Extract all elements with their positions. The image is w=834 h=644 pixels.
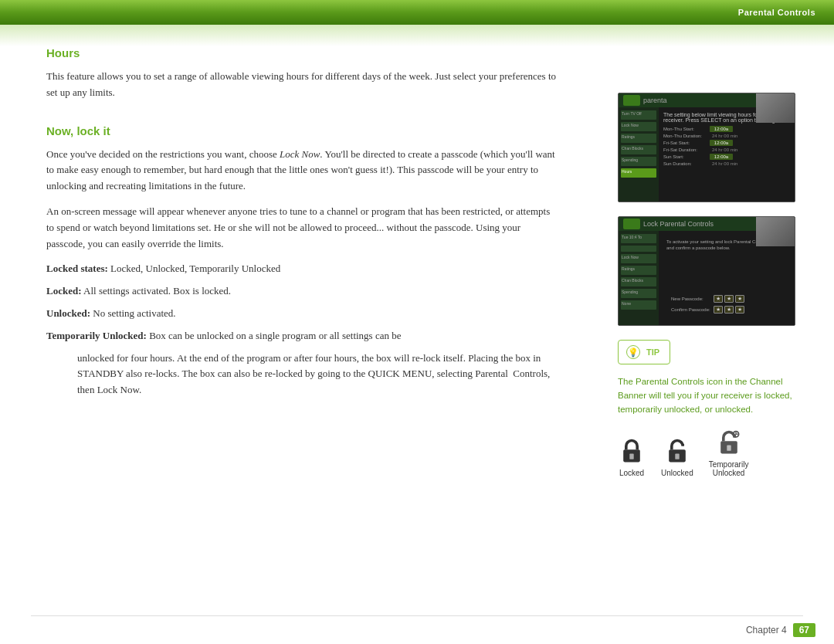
screen2-passcode-area: New Passcode: ★ ★ ★ Confirm Passcode: ★: [663, 295, 790, 320]
screen2-sidebar: Tue 10:4 To Lock Now Ratings Chan Blocks…: [619, 231, 659, 325]
screen1-top-bar: parenta: [619, 93, 795, 107]
screen2-sidebar-3: Lock Now: [621, 254, 656, 263]
footer: Chapter 4 67: [0, 616, 834, 644]
now-lock-heading: Now, lock it: [46, 124, 556, 137]
screen2-thumb: [756, 217, 795, 246]
star4: ★: [714, 306, 723, 314]
hours-heading: Hours: [46, 46, 556, 59]
star5: ★: [724, 306, 734, 314]
locked-line: Locked: All settings activated. Box is l…: [46, 283, 556, 300]
lock-now-italic: Lock Now: [280, 148, 320, 160]
screen1-val6: 24 hr 00 min: [712, 161, 737, 166]
screen2-top-bar: Lock Parental Controls: [619, 217, 795, 231]
screen2-confirm-passcode: Confirm Passcode: ★ ★ ★: [666, 306, 787, 314]
unlocked-label: Unlocked:: [46, 307, 90, 319]
temp-unlocked-line: Temporarily Unlocked: Box can be unlocke…: [46, 328, 556, 344]
screen1-title: parenta: [643, 97, 667, 104]
footer-chapter-label: Chapter 4: [746, 625, 787, 636]
tip-label: TIP: [646, 347, 659, 357]
temp-unlocked-label: Temporarily Unlocked:: [46, 330, 147, 341]
screenshot-lock-inner: Lock Parental Controls Tue 10:4 To Lock …: [619, 217, 795, 325]
locked-states-line: Locked states: Locked, Unlocked, Tempora…: [46, 261, 556, 277]
screen1-row2: Mon-Thu Duration: 24 hr 00 min: [663, 134, 790, 138]
locked-label: Locked:: [46, 285, 82, 297]
screen1-row5: Sun Start: 12:00a: [663, 154, 790, 160]
screenshot-hours: parenta Turn TV Off Lock Now Ratings Cha…: [618, 93, 795, 202]
locked-states-label: Locked states:: [46, 263, 108, 274]
screen2-logo: [623, 219, 640, 229]
screen1-row4: Fri-Sat Duration: 24 hr 00 min: [663, 147, 790, 152]
screen1-label2: Mon-Thu Duration:: [663, 134, 710, 138]
svg-rect-1: [629, 454, 633, 459]
screen1-val2: 24 hr 00 min: [712, 134, 737, 138]
screen2-sidebar-6: Spending: [621, 289, 656, 298]
screen1-row6: Sun Duration: 24 hr 00 min: [663, 161, 790, 166]
screen1-label1: Mon-Thu Start:: [663, 127, 710, 131]
screen1-sidebar-6: Hours: [621, 168, 656, 178]
temp-unlocked-icon-item: TemporarilyUnlocked: [709, 429, 749, 477]
tip-text-content: The Parental Controls icon in the Channe…: [618, 377, 792, 414]
lock-icons-row: Locked Unlocked TemporarilyUnlocked: [618, 429, 803, 477]
screen1-thumb: [756, 93, 795, 123]
star2: ★: [724, 295, 734, 303]
screen2-new-passcode: New Passcode: ★ ★ ★: [666, 295, 787, 303]
locked-text: All settings activated. Box is locked.: [83, 285, 231, 297]
svg-rect-3: [675, 454, 679, 459]
temp-unlocked-icon: [715, 429, 743, 456]
locked-label: Locked: [619, 469, 644, 477]
screen1-label6: Sun Duration:: [663, 161, 710, 166]
tip-lightbulb-icon: 💡: [626, 345, 640, 359]
screen1-val5: 12:00a: [710, 154, 733, 160]
screen2-sidebar-5: Chan Blocks: [621, 277, 656, 286]
screen2-title: Lock Parental Controls: [643, 220, 714, 228]
screen2-new-label: New Passcode:: [671, 297, 714, 301]
now-lock-para2: An on-screen message will appear wheneve…: [46, 204, 556, 252]
screen1-label4: Fri-Sat Duration:: [663, 147, 710, 152]
star6: ★: [735, 306, 744, 314]
screen1-sidebar-3: Ratings: [621, 134, 656, 143]
screen1-sidebar-5: Spending: [621, 157, 656, 166]
screen1-logo: [623, 95, 640, 106]
screenshot-hours-inner: parenta Turn TV Off Lock Now Ratings Cha…: [619, 93, 795, 202]
temp-unlocked-label: TemporarilyUnlocked: [709, 460, 749, 477]
footer-page-number: 67: [793, 623, 815, 637]
star1: ★: [714, 295, 723, 303]
screen1-val1: 12:00a: [710, 126, 733, 132]
unlocked-line: Unlocked: No setting activated.: [46, 306, 556, 322]
header-title: Parental Controls: [738, 8, 815, 17]
svg-rect-5: [727, 446, 731, 451]
now-lock-para1: Once you've decided on the restrictions …: [46, 147, 556, 195]
locked-states-values: Locked, Unlocked, Temporarily Unlocked: [110, 263, 280, 274]
screen1-val4: 24 hr 00 min: [712, 147, 737, 152]
screen1-sidebar-4: Chan Blocks: [621, 145, 656, 154]
screen2-sidebar-1: Tue 10:4 To: [621, 234, 656, 243]
screen1-sidebar: Turn TV Off Lock Now Ratings Chan Blocks…: [619, 107, 659, 202]
screen1-label3: Fri-Sat Start:: [663, 141, 710, 145]
screen2-confirm-stars: ★ ★ ★: [714, 306, 744, 314]
screen2-confirm-label: Confirm Passcode:: [671, 307, 714, 312]
screen2-sidebar-4: Ratings: [621, 266, 656, 275]
screen2-new-stars: ★ ★ ★: [714, 295, 744, 303]
screenshot-lock: Lock Parental Controls Tue 10:4 To Lock …: [618, 216, 795, 326]
star3: ★: [735, 295, 744, 303]
screen2-sidebar-7: None: [621, 300, 656, 310]
unlocked-icon: [663, 437, 691, 465]
locked-icon: [618, 437, 646, 465]
tip-text: The Parental Controls icon in the Channe…: [618, 375, 803, 416]
header-bar: Parental Controls: [0, 0, 834, 25]
hours-para: This feature allows you to set a range o…: [46, 69, 556, 101]
unlocked-icon-item: Unlocked: [661, 437, 693, 477]
unlocked-text: No setting activated.: [93, 307, 175, 319]
screen1-row3: Fri-Sat Start: 12:00a: [663, 140, 790, 146]
screen2-sidebar-2: [621, 246, 656, 252]
screen1-sidebar-1: Turn TV Off: [621, 110, 656, 120]
screen1-row1: Mon-Thu Start: 12:00a: [663, 126, 790, 132]
temp-unlocked-text: unlocked for four hours. At the end of t…: [46, 351, 556, 398]
unlocked-label: Unlocked: [661, 469, 693, 477]
screen1-label5: Sun Start:: [663, 154, 710, 159]
header-wave: [0, 25, 834, 46]
tip-box: 💡 TIP: [618, 340, 670, 364]
screen1-sidebar-2: Lock Now: [621, 122, 656, 131]
right-panel: parenta Turn TV Off Lock Now Ratings Cha…: [618, 93, 803, 477]
screen1-val3: 12:00a: [710, 140, 733, 146]
